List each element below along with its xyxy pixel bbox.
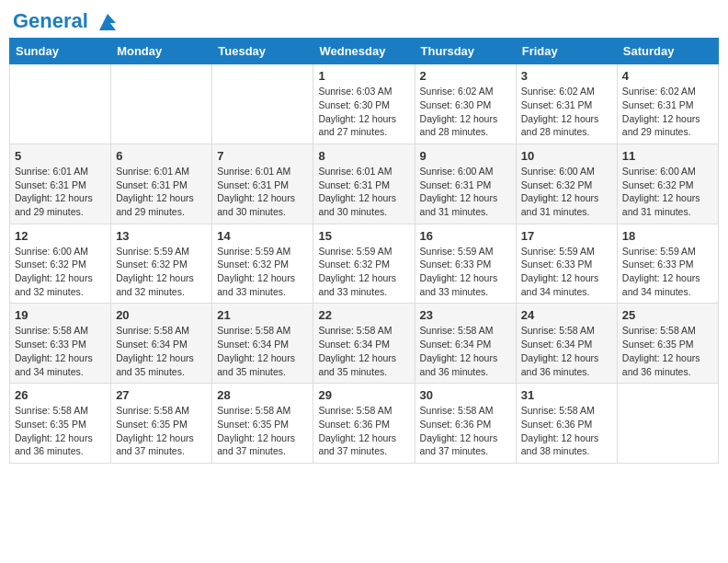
day-info: Sunrise: 5:59 AM Sunset: 6:32 PM Dayligh… bbox=[217, 245, 308, 299]
week-row-3: 12Sunrise: 6:00 AM Sunset: 6:32 PM Dayli… bbox=[10, 224, 719, 304]
day-info: Sunrise: 5:58 AM Sunset: 6:36 PM Dayligh… bbox=[420, 404, 511, 458]
day-number: 24 bbox=[521, 308, 612, 322]
day-info: Sunrise: 6:00 AM Sunset: 6:31 PM Dayligh… bbox=[420, 165, 511, 219]
day-number: 4 bbox=[622, 69, 713, 83]
weekday-header-thursday: Thursday bbox=[415, 39, 516, 64]
day-info: Sunrise: 5:58 AM Sunset: 6:34 PM Dayligh… bbox=[420, 324, 511, 378]
weekday-header-row: SundayMondayTuesdayWednesdayThursdayFrid… bbox=[10, 39, 719, 64]
calendar-cell: 26Sunrise: 5:58 AM Sunset: 6:35 PM Dayli… bbox=[10, 384, 111, 464]
calendar-cell: 19Sunrise: 5:58 AM Sunset: 6:33 PM Dayli… bbox=[10, 304, 111, 384]
calendar-cell: 22Sunrise: 5:58 AM Sunset: 6:34 PM Dayli… bbox=[313, 304, 415, 384]
page-header: General bbox=[9, 9, 719, 30]
calendar-cell: 1Sunrise: 6:03 AM Sunset: 6:30 PM Daylig… bbox=[313, 64, 415, 144]
day-number: 14 bbox=[217, 229, 308, 243]
day-number: 21 bbox=[217, 308, 308, 322]
calendar-cell: 13Sunrise: 5:59 AM Sunset: 6:32 PM Dayli… bbox=[111, 224, 212, 304]
week-row-2: 5Sunrise: 6:01 AM Sunset: 6:31 PM Daylig… bbox=[10, 144, 719, 224]
day-info: Sunrise: 6:01 AM Sunset: 6:31 PM Dayligh… bbox=[116, 165, 207, 219]
day-number: 23 bbox=[420, 308, 511, 322]
day-info: Sunrise: 5:58 AM Sunset: 6:35 PM Dayligh… bbox=[15, 404, 106, 458]
weekday-header-sunday: Sunday bbox=[10, 39, 111, 64]
day-info: Sunrise: 6:02 AM Sunset: 6:30 PM Dayligh… bbox=[420, 85, 511, 139]
calendar-cell: 31Sunrise: 5:58 AM Sunset: 6:36 PM Dayli… bbox=[516, 384, 617, 464]
day-info: Sunrise: 5:59 AM Sunset: 6:32 PM Dayligh… bbox=[116, 245, 207, 299]
day-number: 3 bbox=[521, 69, 612, 83]
day-info: Sunrise: 6:03 AM Sunset: 6:30 PM Dayligh… bbox=[318, 85, 409, 139]
calendar-cell: 17Sunrise: 5:59 AM Sunset: 6:33 PM Dayli… bbox=[516, 224, 617, 304]
day-number: 6 bbox=[116, 149, 207, 163]
weekday-header-wednesday: Wednesday bbox=[313, 39, 415, 64]
logo-icon bbox=[96, 10, 119, 34]
day-info: Sunrise: 5:58 AM Sunset: 6:35 PM Dayligh… bbox=[622, 324, 713, 378]
day-number: 13 bbox=[116, 229, 207, 243]
day-info: Sunrise: 5:59 AM Sunset: 6:33 PM Dayligh… bbox=[521, 245, 612, 299]
day-number: 15 bbox=[318, 229, 409, 243]
calendar-cell: 6Sunrise: 6:01 AM Sunset: 6:31 PM Daylig… bbox=[111, 144, 212, 224]
calendar-cell: 23Sunrise: 5:58 AM Sunset: 6:34 PM Dayli… bbox=[415, 304, 516, 384]
day-info: Sunrise: 6:01 AM Sunset: 6:31 PM Dayligh… bbox=[318, 165, 409, 219]
day-info: Sunrise: 5:58 AM Sunset: 6:35 PM Dayligh… bbox=[217, 404, 308, 458]
day-number: 7 bbox=[217, 149, 308, 163]
day-number: 20 bbox=[116, 308, 207, 322]
calendar-cell: 14Sunrise: 5:59 AM Sunset: 6:32 PM Dayli… bbox=[212, 224, 313, 304]
calendar-cell: 28Sunrise: 5:58 AM Sunset: 6:35 PM Dayli… bbox=[212, 384, 313, 464]
calendar-cell: 29Sunrise: 5:58 AM Sunset: 6:36 PM Dayli… bbox=[313, 384, 415, 464]
day-info: Sunrise: 6:01 AM Sunset: 6:31 PM Dayligh… bbox=[15, 165, 106, 219]
calendar-cell: 27Sunrise: 5:58 AM Sunset: 6:35 PM Dayli… bbox=[111, 384, 212, 464]
calendar-cell: 12Sunrise: 6:00 AM Sunset: 6:32 PM Dayli… bbox=[10, 224, 111, 304]
calendar-cell: 24Sunrise: 5:58 AM Sunset: 6:34 PM Dayli… bbox=[516, 304, 617, 384]
day-number: 28 bbox=[217, 388, 308, 402]
weekday-header-saturday: Saturday bbox=[617, 39, 718, 64]
day-number: 22 bbox=[318, 308, 409, 322]
calendar-cell: 18Sunrise: 5:59 AM Sunset: 6:33 PM Dayli… bbox=[617, 224, 718, 304]
day-info: Sunrise: 5:58 AM Sunset: 6:34 PM Dayligh… bbox=[116, 324, 207, 378]
calendar-cell: 8Sunrise: 6:01 AM Sunset: 6:31 PM Daylig… bbox=[313, 144, 415, 224]
day-number: 12 bbox=[15, 229, 106, 243]
calendar-cell: 3Sunrise: 6:02 AM Sunset: 6:31 PM Daylig… bbox=[516, 64, 617, 144]
day-number: 17 bbox=[521, 229, 612, 243]
calendar-cell: 4Sunrise: 6:02 AM Sunset: 6:31 PM Daylig… bbox=[617, 64, 718, 144]
calendar-cell bbox=[111, 64, 212, 144]
day-info: Sunrise: 5:58 AM Sunset: 6:35 PM Dayligh… bbox=[116, 404, 207, 458]
day-number: 19 bbox=[15, 308, 106, 322]
calendar-cell: 20Sunrise: 5:58 AM Sunset: 6:34 PM Dayli… bbox=[111, 304, 212, 384]
day-info: Sunrise: 6:02 AM Sunset: 6:31 PM Dayligh… bbox=[521, 85, 612, 139]
day-number: 9 bbox=[420, 149, 511, 163]
day-info: Sunrise: 5:58 AM Sunset: 6:34 PM Dayligh… bbox=[318, 324, 409, 378]
day-info: Sunrise: 6:02 AM Sunset: 6:31 PM Dayligh… bbox=[622, 85, 713, 139]
day-info: Sunrise: 5:58 AM Sunset: 6:34 PM Dayligh… bbox=[521, 324, 612, 378]
calendar-cell: 2Sunrise: 6:02 AM Sunset: 6:30 PM Daylig… bbox=[415, 64, 516, 144]
day-number: 2 bbox=[420, 69, 511, 83]
weekday-header-monday: Monday bbox=[111, 39, 212, 64]
day-info: Sunrise: 5:58 AM Sunset: 6:36 PM Dayligh… bbox=[521, 404, 612, 458]
day-info: Sunrise: 5:59 AM Sunset: 6:32 PM Dayligh… bbox=[318, 245, 409, 299]
day-info: Sunrise: 6:00 AM Sunset: 6:32 PM Dayligh… bbox=[521, 165, 612, 219]
weekday-header-friday: Friday bbox=[516, 39, 617, 64]
calendar-cell: 11Sunrise: 6:00 AM Sunset: 6:32 PM Dayli… bbox=[617, 144, 718, 224]
day-number: 10 bbox=[521, 149, 612, 163]
logo-text: General bbox=[13, 9, 119, 34]
week-row-1: 1Sunrise: 6:03 AM Sunset: 6:30 PM Daylig… bbox=[10, 64, 719, 144]
day-info: Sunrise: 5:58 AM Sunset: 6:33 PM Dayligh… bbox=[15, 324, 106, 378]
day-number: 11 bbox=[622, 149, 713, 163]
day-number: 26 bbox=[15, 388, 106, 402]
svg-marker-0 bbox=[99, 14, 116, 30]
day-number: 16 bbox=[420, 229, 511, 243]
day-info: Sunrise: 5:58 AM Sunset: 6:36 PM Dayligh… bbox=[318, 404, 409, 458]
calendar-cell: 5Sunrise: 6:01 AM Sunset: 6:31 PM Daylig… bbox=[10, 144, 111, 224]
week-row-4: 19Sunrise: 5:58 AM Sunset: 6:33 PM Dayli… bbox=[10, 304, 719, 384]
day-info: Sunrise: 6:00 AM Sunset: 6:32 PM Dayligh… bbox=[15, 245, 106, 299]
calendar-cell: 16Sunrise: 5:59 AM Sunset: 6:33 PM Dayli… bbox=[415, 224, 516, 304]
day-number: 8 bbox=[318, 149, 409, 163]
calendar-cell bbox=[617, 384, 718, 464]
calendar-table: SundayMondayTuesdayWednesdayThursdayFrid… bbox=[9, 38, 719, 464]
day-number: 29 bbox=[318, 388, 409, 402]
day-number: 25 bbox=[622, 308, 713, 322]
calendar-cell: 9Sunrise: 6:00 AM Sunset: 6:31 PM Daylig… bbox=[415, 144, 516, 224]
calendar-cell bbox=[10, 64, 111, 144]
day-info: Sunrise: 5:59 AM Sunset: 6:33 PM Dayligh… bbox=[622, 245, 713, 299]
calendar-cell: 25Sunrise: 5:58 AM Sunset: 6:35 PM Dayli… bbox=[617, 304, 718, 384]
day-number: 27 bbox=[116, 388, 207, 402]
day-info: Sunrise: 5:58 AM Sunset: 6:34 PM Dayligh… bbox=[217, 324, 308, 378]
week-row-5: 26Sunrise: 5:58 AM Sunset: 6:35 PM Dayli… bbox=[10, 384, 719, 464]
